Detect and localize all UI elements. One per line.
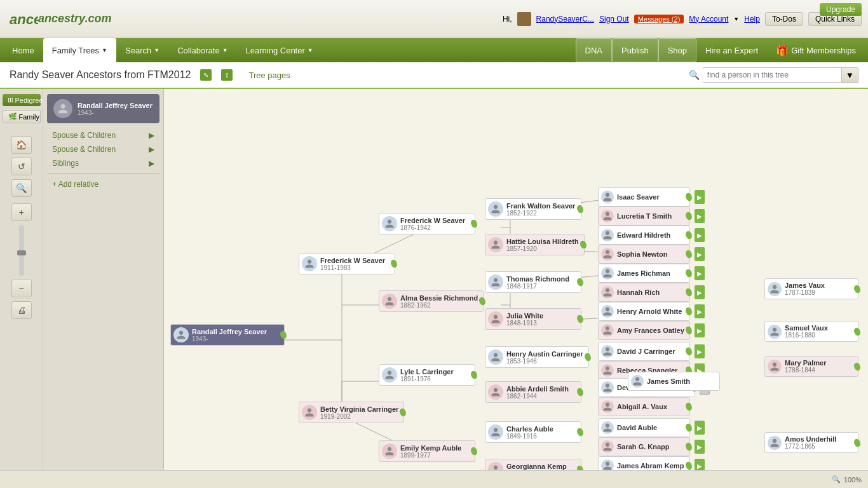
expand-arrow-hannah-rich[interactable]: ▶ <box>695 285 705 299</box>
person-box-hannah-rich[interactable]: Hannah Rich ▶ <box>598 283 690 302</box>
zoom-slider[interactable] <box>19 225 24 276</box>
person-box-james-richman[interactable]: James Richman ▶ <box>598 264 690 283</box>
expand-arrow-sophia[interactable]: ▶ <box>695 247 705 261</box>
expand-arrow-henry-white[interactable]: ▶ <box>695 304 705 318</box>
nav-search[interactable]: Search ▼ <box>116 38 168 62</box>
leaf-icon-henry-white <box>684 307 693 316</box>
my-account-link[interactable]: My Account <box>689 15 728 24</box>
nav-home[interactable]: Home <box>3 38 43 62</box>
nav-dna[interactable]: DNA <box>576 38 612 62</box>
person-box-edward[interactable]: Edward Hildreth ▶ <box>598 226 690 245</box>
nav-hire-expert[interactable]: Hire an Expert <box>696 38 767 62</box>
avatar-randall <box>173 327 189 342</box>
name-charles: Charles Auble <box>506 425 553 433</box>
person-box-lyle[interactable]: Lyle L Carringer 1891-1976 <box>379 364 475 386</box>
avatar-emily <box>382 444 397 459</box>
zoom-level: 100% <box>844 476 862 484</box>
zoom-out-button[interactable]: − <box>11 280 32 297</box>
person-box-david-carringer[interactable]: David J Carringer ▶ <box>598 342 690 361</box>
person-box-randall[interactable]: Randall Jeffrey Seaver 1943- <box>170 324 285 346</box>
search-person-input[interactable] <box>702 67 842 83</box>
leaf-icon-lucretia <box>684 212 693 220</box>
view-toggle-pedigree[interactable]: ⊞Pedigree <box>3 94 41 106</box>
add-relative-link[interactable]: + Add relative <box>47 177 159 191</box>
name-henry-white: Henry Arnold White <box>617 308 682 315</box>
person-box-frederick-1876[interactable]: Frederick W Seaver 1876-1942 <box>379 213 475 234</box>
expand-arrow-james-kemp[interactable]: ▶ <box>695 459 705 470</box>
help-link[interactable]: Help <box>744 15 760 24</box>
tree-canvas[interactable]: Randall Jeffrey Seaver 1943- Frederick W… <box>164 89 868 470</box>
name-hannah-rich: Hannah Rich <box>617 288 660 296</box>
person-box-henry-white[interactable]: Henry Arnold White ▶ <box>598 302 690 321</box>
dates-georgianna: 1868-1952 <box>506 470 567 471</box>
avatar-isaac <box>601 191 614 203</box>
person-box-isaac[interactable]: Isaac Seaver ▶ <box>598 187 690 207</box>
expand-arrow-david-auble[interactable]: ▶ <box>695 421 705 435</box>
person-box-hattie[interactable]: Hattie Louisa Hildreth 1857-1920 <box>485 234 585 255</box>
person-box-emily[interactable]: Emily Kemp Auble 1899-1977 <box>379 440 475 462</box>
person-box-amos[interactable]: Amos Underhill 1772-1865 <box>764 432 858 453</box>
siblings-link[interactable]: Siblings▶ <box>47 156 159 170</box>
tree-share-icon[interactable]: ⇧ <box>221 69 233 81</box>
nav-learning-center[interactable]: Learning Center ▼ <box>237 38 322 62</box>
leaf-icon-james-richman <box>684 269 693 278</box>
person-box-james-vaux[interactable]: James Vaux 1787-1839 <box>764 278 858 299</box>
main-area: ⊞Pedigree 🌿Family 🏠 ↺ 🔍 + − 🖨 Randall Je… <box>0 89 868 470</box>
svg-point-39 <box>684 307 693 316</box>
person-box-betty[interactable]: Betty Virginia Carringer 1919-2002 <box>299 402 404 423</box>
username-link[interactable]: RandySeaverC... <box>536 15 594 24</box>
expand-arrow-david-c[interactable]: ▶ <box>695 344 705 358</box>
search-tool-button[interactable]: 🔍 <box>11 179 32 197</box>
home-tool-button[interactable]: 🏠 <box>11 136 32 154</box>
expand-arrow-lucretia[interactable]: ▶ <box>695 209 705 223</box>
person-box-amy[interactable]: Amy Frances Oatley ▶ <box>598 321 690 340</box>
person-box-abbie[interactable]: Abbie Ardell Smith 1862-1944 <box>485 381 581 403</box>
print-button[interactable]: 🖨 <box>11 301 32 319</box>
nav-publish[interactable]: Publish <box>612 38 658 62</box>
expand-arrow-james-richman[interactable]: ▶ <box>695 266 705 280</box>
spouse-children-link-2[interactable]: Spouse & Children▶ <box>47 142 159 156</box>
view-toggle-family[interactable]: 🌿Family <box>3 110 41 123</box>
person-box-lucretia[interactable]: Lucretia T Smith ▶ <box>598 207 690 226</box>
avatar-devier <box>601 381 614 394</box>
tree-pages-link[interactable]: Tree pages <box>248 71 290 80</box>
tree-header: Randy Seaver Ancestors from FTM2012 ✎ ⇧ … <box>0 62 868 89</box>
avatar-james-vaux <box>768 282 782 296</box>
person-box-thomas[interactable]: Thomas Richmond 1848-1917 <box>485 271 581 293</box>
spouse-children-link-1[interactable]: Spouse & Children▶ <box>47 128 159 142</box>
nav-gift[interactable]: 🎁 Gift Memberships <box>767 38 865 62</box>
expand-arrow-edward[interactable]: ▶ <box>695 228 705 242</box>
zoom-in-button[interactable]: + <box>11 203 32 221</box>
expand-arrow-sarah[interactable]: ▶ <box>695 440 705 454</box>
person-box-abigail[interactable]: Abigail A. Vaux <box>598 397 690 416</box>
person-box-julia[interactable]: Julia White 1848-1913 <box>485 308 581 330</box>
messages-link[interactable]: Messages (2) <box>634 15 684 24</box>
person-box-james-kemp[interactable]: James Abram Kemp ▶ <box>598 456 690 470</box>
nav-family-trees[interactable]: Family Trees ▼ <box>43 38 116 62</box>
dates-james-vaux: 1787-1839 <box>785 289 825 296</box>
tree-edit-icon[interactable]: ✎ <box>200 69 212 81</box>
person-box-georgianna[interactable]: Georgianna Kemp 1868-1952 <box>485 459 581 470</box>
sign-out-link[interactable]: Sign Out <box>599 15 629 24</box>
expand-arrow-amy[interactable]: ▶ <box>695 323 705 337</box>
nav-collaborate[interactable]: Collaborate ▼ <box>168 38 236 62</box>
person-box-henry-carringer[interactable]: Henry Austin Carringer 1853-1946 <box>485 346 589 368</box>
person-box-frank[interactable]: Frank Walton Seaver 1852-1922 <box>485 198 581 220</box>
person-box-james-smith[interactable]: James Smith <box>628 372 720 391</box>
upgrade-button[interactable]: Upgrade <box>820 3 862 16</box>
person-box-sarah[interactable]: Sarah G. Knapp ▶ <box>598 437 690 456</box>
person-box-frederick-1911[interactable]: Frederick W Seaver 1911-1983 <box>299 253 395 274</box>
todos-button[interactable]: To-Dos <box>765 12 803 26</box>
zoom-handle[interactable] <box>17 250 26 255</box>
person-box-charles[interactable]: Charles Auble 1849-1916 <box>485 421 581 443</box>
person-box-alma[interactable]: Alma Bessie Richmond 1882-1962 <box>379 290 484 312</box>
person-box-sophia[interactable]: Sophia Newton ▶ <box>598 245 690 264</box>
person-box-samuel-vaux[interactable]: Samuel Vaux 1816-1880 <box>764 321 858 342</box>
expand-arrow-isaac[interactable]: ▶ <box>695 190 705 204</box>
refresh-tool-button[interactable]: ↺ <box>11 158 32 175</box>
nav-shop[interactable]: Shop <box>658 38 696 62</box>
main-person-card[interactable]: Randall Jeffrey Seaver 1943- <box>47 94 159 123</box>
search-person-dropdown[interactable]: ▼ <box>842 67 858 83</box>
person-box-mary-palmer[interactable]: Mary Palmer 1788-1844 + Add <box>764 356 858 377</box>
person-box-david-auble[interactable]: David Auble ▶ <box>598 418 690 437</box>
